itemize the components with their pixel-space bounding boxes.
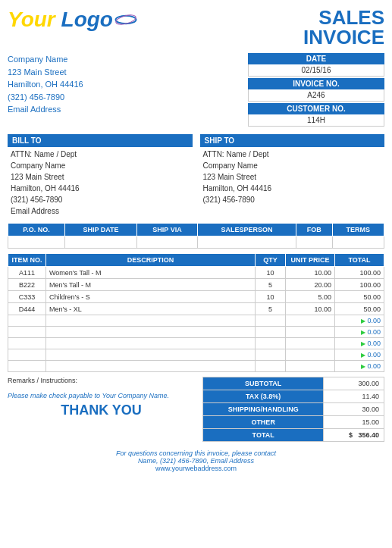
- tax-row: TAX (3.8%) 11.40: [203, 390, 384, 403]
- bill-to-header: BILL TO: [8, 134, 193, 147]
- bill-email: Email Address: [8, 205, 193, 217]
- item-unit-price: 20.00: [286, 279, 335, 291]
- col-description: DESCRIPTION: [46, 254, 256, 267]
- other-row: OTHER 15.00: [203, 416, 384, 429]
- logo-logo: Logo: [61, 8, 113, 31]
- ship-city: Hamilton, OH 44416: [200, 183, 385, 194]
- tax-label: TAX (3.8%): [203, 390, 324, 403]
- table-row: ▶ 0.00: [8, 361, 384, 372]
- po-col-4: SALESPERSON: [198, 224, 296, 236]
- total-row: TOTAL $ 356.40: [203, 429, 384, 442]
- check-payable: Please make check payable to Your Compan…: [8, 392, 195, 399]
- invoice-no-value: A246: [248, 89, 384, 102]
- empty-total: ▶ 0.00: [335, 349, 384, 361]
- item-qty: 5: [256, 303, 286, 315]
- footer-line1: For questions concerning this invoice, p…: [8, 449, 384, 457]
- table-row: D444 Men's - XL 5 10.00 50.00: [8, 303, 384, 315]
- ship-to-address: ATTN: Name / Dept Company Name 123 Main …: [200, 149, 385, 205]
- invoice-meta: DATE 02/15/16 INVOICE NO. A246 CUSTOMER …: [248, 53, 384, 128]
- footer-website: www.yourwebaddress.com: [8, 465, 384, 472]
- ship-to-header: SHIP TO: [200, 134, 385, 147]
- col-item-no: ITEM NO.: [8, 254, 46, 267]
- table-row: ▶ 0.00: [8, 338, 384, 349]
- total-label: TOTAL: [203, 429, 324, 442]
- item-total: 100.00: [335, 279, 384, 291]
- item-no: A111: [8, 267, 46, 279]
- bill-city: Hamilton, OH 44416: [8, 183, 193, 194]
- ship-street: 123 Main Street: [200, 171, 385, 183]
- bottom-section: Remarks / Instructions: Please make chec…: [8, 377, 384, 442]
- po-data-row: [8, 236, 384, 249]
- subtotal-value: 300.00: [324, 377, 384, 390]
- arrow-icon: ▶: [361, 329, 365, 336]
- sender-street: 123 Main Street: [8, 66, 248, 79]
- footer-line2: Name, (321) 456-7890, Email Address: [8, 457, 384, 465]
- item-desc: Children's - S: [46, 291, 256, 303]
- shipping-label: SHIPPING/HANDLING: [203, 403, 324, 416]
- remarks-section: Remarks / Instructions: Please make chec…: [8, 377, 195, 442]
- item-desc: Men's - XL: [46, 303, 256, 315]
- empty-total: ▶ 0.00: [335, 361, 384, 372]
- sender-phone: (321) 456-7890: [8, 91, 248, 104]
- sender-company: Company Name: [8, 53, 248, 66]
- header: Your Logo SALES INVOICE: [8, 8, 384, 47]
- total-currency: $: [349, 431, 353, 439]
- item-total: 50.00: [335, 291, 384, 303]
- logo-text: Your Logo: [8, 8, 113, 32]
- items-body: A111 Women's Tall - M 10 10.00 100.00 B2…: [8, 267, 384, 372]
- logo-your: Your: [8, 8, 55, 31]
- info-section: Company Name 123 Main Street Hamilton, O…: [8, 53, 384, 128]
- item-total: 50.00: [335, 303, 384, 315]
- total-amount: 356.40: [358, 431, 379, 439]
- ship-company: Company Name: [200, 160, 385, 171]
- ship-to-box: SHIP TO ATTN: Name / Dept Company Name 1…: [200, 134, 385, 217]
- customer-no-label: CUSTOMER NO.: [248, 103, 384, 114]
- sales-title: SALES: [303, 8, 384, 27]
- arrow-icon: ▶: [361, 318, 365, 324]
- arrow-icon: ▶: [361, 352, 365, 359]
- po-col-3: SHIP VIA: [136, 224, 197, 236]
- empty-total: ▶ 0.00: [335, 327, 384, 338]
- arrow-icon: ▶: [361, 363, 365, 370]
- bill-ship-section: BILL TO ATTN: Name / Dept Company Name 1…: [8, 134, 384, 217]
- sender-city: Hamilton, OH 44416: [8, 78, 248, 91]
- bill-to-address: ATTN: Name / Dept Company Name 123 Main …: [8, 149, 193, 217]
- subtotal-row: SUBTOTAL 300.00: [203, 377, 384, 390]
- item-qty: 10: [256, 267, 286, 279]
- tax-value: 11.40: [324, 390, 384, 403]
- ship-phone: (321) 456-7890: [200, 194, 385, 205]
- thank-you: THANK YOU: [8, 402, 195, 418]
- shipping-row: SHIPPING/HANDLING 30.00: [203, 403, 384, 416]
- item-no: D444: [8, 303, 46, 315]
- items-header-row: ITEM NO. DESCRIPTION QTY UNIT PRICE TOTA…: [8, 254, 384, 267]
- sender-email: Email Address: [8, 103, 248, 116]
- table-row: ▶ 0.00: [8, 349, 384, 361]
- empty-total: ▶ 0.00: [335, 315, 384, 327]
- item-qty: 10: [256, 291, 286, 303]
- bill-attn: ATTN: Name / Dept: [8, 149, 193, 160]
- bill-to-box: BILL TO ATTN: Name / Dept Company Name 1…: [8, 134, 193, 217]
- footer: For questions concerning this invoice, p…: [8, 449, 384, 472]
- total-value: $ 356.40: [324, 429, 384, 442]
- po-header-row: P.O. NO. SHIP DATE SHIP VIA SALESPERSON …: [8, 224, 384, 236]
- other-value: 15.00: [324, 416, 384, 429]
- bill-company: Company Name: [8, 160, 193, 171]
- logo: Your Logo: [8, 8, 137, 32]
- invoice-no-label: INVOICE NO.: [248, 78, 384, 89]
- item-desc: Men's Tall - M: [46, 279, 256, 291]
- remarks-label: Remarks / Instructions:: [8, 377, 195, 384]
- po-col-5: FOB: [296, 224, 332, 236]
- table-row: B222 Men's Tall - M 5 20.00 100.00: [8, 279, 384, 291]
- totals-section: SUBTOTAL 300.00 TAX (3.8%) 11.40 SHIPPIN…: [202, 377, 384, 442]
- item-qty: 5: [256, 279, 286, 291]
- item-no: B222: [8, 279, 46, 291]
- item-desc: Women's Tall - M: [46, 267, 256, 279]
- invoice-title: INVOICE: [303, 27, 384, 47]
- svg-point-0: [115, 16, 136, 24]
- sender-info: Company Name 123 Main Street Hamilton, O…: [8, 53, 248, 128]
- col-qty: QTY: [256, 254, 286, 267]
- po-table: P.O. NO. SHIP DATE SHIP VIA SALESPERSON …: [8, 223, 384, 249]
- totals-inner-table: SUBTOTAL 300.00 TAX (3.8%) 11.40 SHIPPIN…: [202, 377, 384, 442]
- ship-attn: ATTN: Name / Dept: [200, 149, 385, 160]
- item-unit-price: 10.00: [286, 303, 335, 315]
